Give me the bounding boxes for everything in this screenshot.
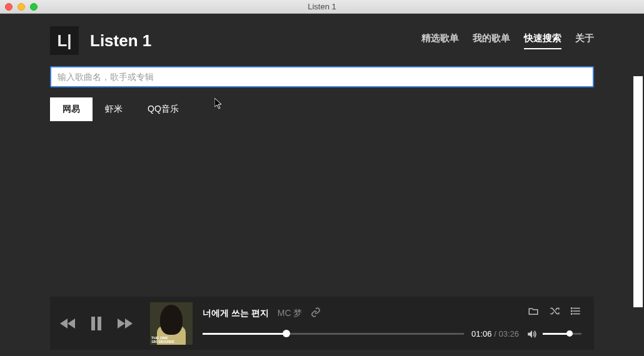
track-meta: 너에게 쓰는 편지 MC 梦	[203, 307, 581, 320]
nav-featured-playlists[interactable]: 精选歌单	[421, 32, 459, 49]
track-title: 너에게 쓰는 편지	[203, 308, 269, 319]
window-minimize-button[interactable]	[18, 3, 25, 11]
shuffle-icon[interactable]	[549, 305, 560, 319]
main-nav: 精选歌单 我的歌单 快速搜索 关于	[421, 32, 594, 49]
scrollbar[interactable]	[633, 76, 643, 307]
progress-bar[interactable]	[203, 333, 464, 335]
link-icon[interactable]	[311, 307, 321, 320]
player-bar: THE ONE 180 DEGREE 너에게 쓰는 편지 MC 梦	[50, 297, 594, 350]
svg-point-3	[571, 308, 573, 309]
player-top-icons	[528, 305, 581, 319]
tab-netease[interactable]: 网易	[50, 97, 93, 121]
progress-fill	[203, 333, 286, 335]
scrollbar-thumb[interactable]	[633, 76, 643, 307]
content-area	[0, 121, 644, 297]
header: L| Listen 1 精选歌单 我的歌单 快速搜索 关于	[0, 14, 644, 66]
album-text-overlay: THE ONE 180 DEGREE	[151, 336, 174, 344]
svg-rect-9	[98, 317, 101, 330]
volume-fill	[543, 333, 570, 335]
volume-knob[interactable]	[566, 330, 573, 337]
time-display: 01:06 / 03:26	[471, 329, 519, 339]
progress-row: 01:06 / 03:26	[203, 329, 581, 340]
svg-marker-6	[68, 319, 75, 329]
album-art[interactable]: THE ONE 180 DEGREE	[150, 302, 193, 345]
app-name: Listen 1	[90, 31, 151, 51]
svg-marker-10	[118, 319, 125, 329]
svg-rect-8	[91, 317, 95, 330]
tab-qqmusic[interactable]: QQ音乐	[135, 97, 191, 121]
volume-control	[526, 329, 581, 340]
search-input[interactable]	[50, 66, 594, 87]
source-tabs: 网易 虾米 QQ音乐	[0, 87, 644, 121]
window-title: Listen 1	[308, 2, 336, 11]
progress-knob[interactable]	[283, 330, 290, 337]
track-area: 너에게 쓰는 편지 MC 梦 01:06 / 03	[203, 307, 581, 340]
volume-icon[interactable]	[526, 329, 538, 340]
prev-button[interactable]	[60, 317, 76, 330]
window-close-button[interactable]	[5, 3, 13, 11]
svg-point-5	[571, 314, 573, 315]
svg-point-4	[571, 310, 573, 312]
time-total: 03:26	[498, 329, 519, 339]
next-button[interactable]	[116, 317, 133, 330]
pause-button[interactable]	[90, 316, 103, 331]
traffic-lights	[5, 3, 38, 11]
brand: L| Listen 1	[50, 26, 151, 55]
nav-my-playlists[interactable]: 我的歌单	[473, 32, 510, 49]
app-window: Listen 1 L| Listen 1 精选歌单 我的歌单 快速搜索 关于 网…	[0, 0, 644, 356]
volume-bar[interactable]	[543, 333, 581, 335]
window-maximize-button[interactable]	[30, 3, 38, 11]
open-folder-icon[interactable]	[528, 305, 539, 319]
logo-text: L|	[57, 31, 71, 51]
app-body: L| Listen 1 精选歌单 我的歌单 快速搜索 关于 网易 虾米 QQ音乐	[0, 14, 644, 356]
search-container	[0, 66, 644, 87]
playlist-icon[interactable]	[570, 305, 581, 319]
nav-about[interactable]: 关于	[575, 32, 594, 49]
playback-controls	[60, 316, 133, 331]
tab-xiami[interactable]: 虾米	[93, 97, 135, 121]
svg-marker-12	[528, 330, 532, 338]
svg-marker-11	[125, 319, 133, 329]
svg-marker-7	[60, 319, 68, 329]
nav-quick-search[interactable]: 快速搜索	[524, 32, 561, 49]
app-logo: L|	[50, 26, 79, 55]
time-current: 01:06	[471, 329, 492, 339]
titlebar: Listen 1	[0, 0, 644, 14]
track-artist[interactable]: MC 梦	[278, 308, 303, 319]
